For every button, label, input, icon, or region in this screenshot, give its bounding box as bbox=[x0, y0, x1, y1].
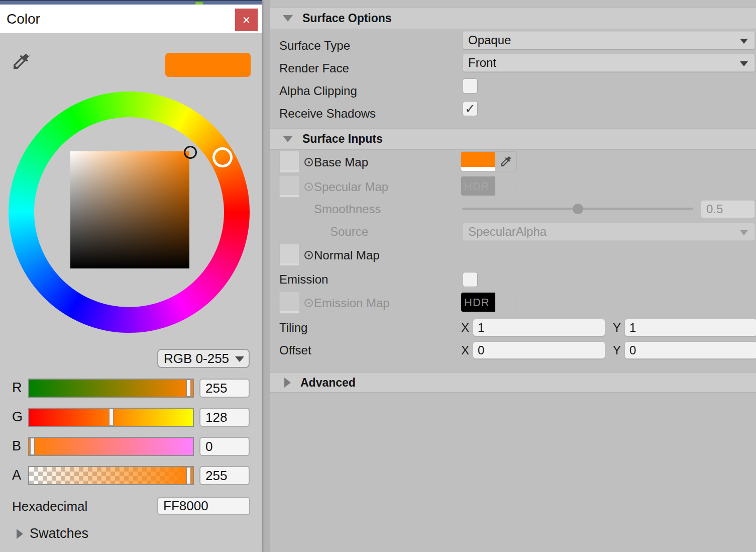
offset-y-value: 0 bbox=[629, 343, 636, 357]
tiling-x-value: 1 bbox=[478, 321, 484, 335]
receive-shadows-checkbox[interactable]: ✓ bbox=[463, 101, 478, 116]
channel-r-value: 255 bbox=[205, 381, 227, 396]
base-map-color-well[interactable] bbox=[461, 151, 517, 171]
specular-map-color-swatch: HDR bbox=[461, 176, 495, 196]
channel-g-thumb[interactable] bbox=[109, 409, 114, 426]
current-color-preview bbox=[165, 53, 251, 77]
normal-map-label: Normal Map bbox=[314, 248, 380, 262]
source-label: Source bbox=[330, 225, 368, 239]
chevron-down-icon bbox=[235, 356, 244, 362]
emission-map-color-swatch: HDR bbox=[461, 293, 495, 312]
color-window-titlebar[interactable]: Color ✕ bbox=[0, 5, 262, 33]
chevron-down-icon bbox=[740, 230, 748, 235]
base-map-eyedropper-button[interactable] bbox=[495, 152, 516, 171]
emission-map-eyedropper-button bbox=[495, 293, 516, 312]
channel-r-input[interactable]: 255 bbox=[199, 379, 250, 398]
surface-type-dropdown[interactable]: Opaque bbox=[463, 31, 755, 49]
close-button[interactable]: ✕ bbox=[235, 9, 258, 31]
specular-map-color-well: HDR bbox=[461, 176, 517, 196]
emission-map-label: Emission Map bbox=[314, 296, 390, 310]
surface-type-label: Surface Type bbox=[279, 39, 350, 53]
surface-type-value: Opaque bbox=[468, 33, 511, 47]
hexadecimal-label: Hexadecimal bbox=[12, 499, 87, 514]
smoothness-value-field[interactable]: 0.5 bbox=[701, 200, 755, 218]
object-picker-icon bbox=[304, 299, 313, 307]
hdr-badge: HDR bbox=[464, 180, 490, 193]
panel-gutter bbox=[262, 0, 270, 552]
material-inspector: Surface Options Surface Type Opaque Rend… bbox=[262, 0, 756, 552]
tiling-x-input[interactable]: 1 bbox=[473, 319, 605, 336]
screen-eyedropper-button[interactable] bbox=[11, 51, 31, 71]
channel-b-value: 0 bbox=[205, 439, 212, 454]
foldout-closed-icon bbox=[17, 529, 23, 539]
chevron-down-icon bbox=[740, 61, 748, 66]
hexadecimal-input[interactable]: FF8000 bbox=[157, 497, 250, 515]
offset-label: Offset bbox=[279, 343, 311, 357]
emission-map-texture-slot bbox=[279, 292, 299, 314]
channel-r-label: R bbox=[12, 380, 22, 396]
window-title: Color bbox=[7, 11, 40, 27]
swatches-foldout[interactable]: Swatches bbox=[17, 526, 88, 541]
eyedropper-icon bbox=[499, 296, 512, 309]
offset-y-input[interactable]: 0 bbox=[624, 341, 756, 359]
offset-y-label: Y bbox=[613, 343, 621, 357]
smoothness-label: Smoothness bbox=[314, 202, 381, 216]
color-mode-dropdown[interactable]: RGB 0-255 bbox=[157, 349, 250, 368]
hdr-badge: HDR bbox=[464, 296, 490, 309]
section-title: Surface Inputs bbox=[302, 132, 383, 146]
color-picker-window: Color ✕ RGB 0-255 R 255 G 128 B 0 A bbox=[0, 0, 262, 552]
foldout-open-icon bbox=[283, 136, 293, 142]
emission-checkbox[interactable] bbox=[463, 272, 478, 287]
channel-a-label: A bbox=[12, 468, 21, 483]
smoothness-value: 0.5 bbox=[706, 202, 723, 216]
channel-a-slider[interactable] bbox=[28, 466, 194, 485]
normal-map-texture-slot[interactable] bbox=[279, 244, 299, 266]
alpha-clipping-checkbox[interactable] bbox=[463, 78, 478, 94]
base-map-color-swatch[interactable] bbox=[461, 152, 495, 171]
channel-g-label: G bbox=[12, 409, 23, 425]
channel-g-input[interactable]: 128 bbox=[199, 408, 250, 427]
object-picker-icon[interactable] bbox=[304, 251, 313, 259]
base-map-label: Base Map bbox=[314, 155, 368, 169]
swatches-label: Swatches bbox=[30, 526, 88, 541]
advanced-header[interactable]: Advanced bbox=[270, 373, 756, 393]
source-dropdown: SpecularAlpha bbox=[463, 223, 755, 241]
smoothness-slider-knob[interactable] bbox=[573, 204, 583, 214]
offset-x-input[interactable]: 0 bbox=[473, 341, 605, 359]
base-map-texture-slot[interactable] bbox=[279, 151, 299, 173]
eyedropper-icon bbox=[499, 155, 512, 168]
channel-b-thumb[interactable] bbox=[30, 438, 35, 455]
foldout-open-icon bbox=[283, 15, 293, 22]
emission-map-color-well: HDR bbox=[461, 292, 517, 312]
offset-x-label: X bbox=[461, 343, 469, 357]
render-face-dropdown[interactable]: Front bbox=[463, 54, 755, 72]
object-picker-icon[interactable] bbox=[304, 158, 313, 166]
eyedropper-icon bbox=[499, 179, 512, 193]
channel-b-slider[interactable] bbox=[28, 437, 194, 456]
tiling-label: Tiling bbox=[279, 321, 307, 335]
channel-a-input[interactable]: 255 bbox=[199, 466, 250, 485]
channel-g-slider[interactable] bbox=[28, 408, 194, 427]
close-icon: ✕ bbox=[242, 14, 251, 26]
saturation-value-square[interactable] bbox=[70, 151, 189, 268]
object-picker-icon bbox=[304, 182, 313, 191]
specular-map-texture-slot bbox=[279, 175, 299, 198]
tiling-y-label: Y bbox=[613, 321, 621, 335]
channel-a-thumb[interactable] bbox=[186, 467, 191, 484]
render-face-value: Front bbox=[468, 56, 496, 70]
channel-r-slider[interactable] bbox=[28, 379, 194, 398]
channel-a-value: 255 bbox=[205, 468, 227, 484]
sv-cursor[interactable] bbox=[184, 146, 197, 159]
tiling-y-value: 1 bbox=[629, 321, 636, 335]
source-value: SpecularAlpha bbox=[468, 225, 547, 239]
window-top-strip bbox=[0, 0, 262, 5]
channel-r-thumb[interactable] bbox=[186, 380, 191, 397]
tiling-y-input[interactable]: 1 bbox=[624, 319, 756, 336]
hue-cursor[interactable] bbox=[212, 147, 233, 167]
emission-label: Emission bbox=[279, 272, 328, 287]
surface-options-header[interactable]: Surface Options bbox=[270, 8, 756, 29]
foldout-closed-icon bbox=[284, 378, 291, 388]
surface-inputs-header[interactable]: Surface Inputs bbox=[270, 128, 756, 150]
chevron-down-icon bbox=[740, 39, 748, 44]
channel-b-input[interactable]: 0 bbox=[199, 437, 250, 456]
